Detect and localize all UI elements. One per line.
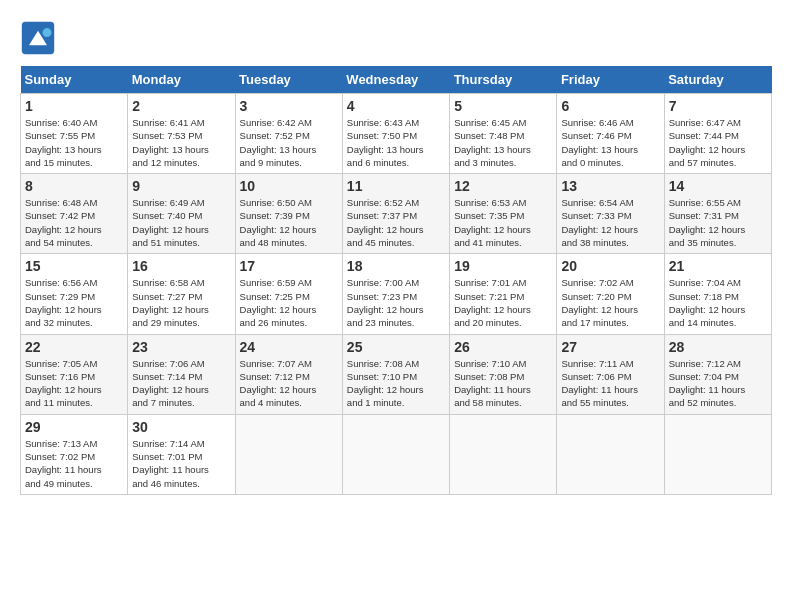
svg-point-2: [43, 28, 52, 37]
day-number: 5: [454, 98, 552, 114]
day-info: Sunrise: 6:49 AM Sunset: 7:40 PM Dayligh…: [132, 196, 230, 249]
day-header-tuesday: Tuesday: [235, 66, 342, 94]
day-header-saturday: Saturday: [664, 66, 771, 94]
day-header-friday: Friday: [557, 66, 664, 94]
day-number: 12: [454, 178, 552, 194]
day-info: Sunrise: 6:59 AM Sunset: 7:25 PM Dayligh…: [240, 276, 338, 329]
day-number: 23: [132, 339, 230, 355]
calendar-table: SundayMondayTuesdayWednesdayThursdayFrid…: [20, 66, 772, 495]
day-number: 25: [347, 339, 445, 355]
day-info: Sunrise: 6:54 AM Sunset: 7:33 PM Dayligh…: [561, 196, 659, 249]
calendar-cell: 24Sunrise: 7:07 AM Sunset: 7:12 PM Dayli…: [235, 334, 342, 414]
day-info: Sunrise: 7:06 AM Sunset: 7:14 PM Dayligh…: [132, 357, 230, 410]
calendar-cell: 13Sunrise: 6:54 AM Sunset: 7:33 PM Dayli…: [557, 174, 664, 254]
calendar-week-row: 29Sunrise: 7:13 AM Sunset: 7:02 PM Dayli…: [21, 414, 772, 494]
calendar-week-row: 22Sunrise: 7:05 AM Sunset: 7:16 PM Dayli…: [21, 334, 772, 414]
day-info: Sunrise: 6:41 AM Sunset: 7:53 PM Dayligh…: [132, 116, 230, 169]
calendar-cell: 9Sunrise: 6:49 AM Sunset: 7:40 PM Daylig…: [128, 174, 235, 254]
day-number: 21: [669, 258, 767, 274]
day-number: 29: [25, 419, 123, 435]
day-info: Sunrise: 6:45 AM Sunset: 7:48 PM Dayligh…: [454, 116, 552, 169]
calendar-cell: 23Sunrise: 7:06 AM Sunset: 7:14 PM Dayli…: [128, 334, 235, 414]
day-info: Sunrise: 6:52 AM Sunset: 7:37 PM Dayligh…: [347, 196, 445, 249]
day-number: 9: [132, 178, 230, 194]
calendar-week-row: 15Sunrise: 6:56 AM Sunset: 7:29 PM Dayli…: [21, 254, 772, 334]
calendar-cell: 5Sunrise: 6:45 AM Sunset: 7:48 PM Daylig…: [450, 94, 557, 174]
calendar-cell: 6Sunrise: 6:46 AM Sunset: 7:46 PM Daylig…: [557, 94, 664, 174]
day-info: Sunrise: 7:02 AM Sunset: 7:20 PM Dayligh…: [561, 276, 659, 329]
calendar-cell: [235, 414, 342, 494]
day-info: Sunrise: 7:07 AM Sunset: 7:12 PM Dayligh…: [240, 357, 338, 410]
day-number: 1: [25, 98, 123, 114]
day-number: 8: [25, 178, 123, 194]
calendar-cell: 4Sunrise: 6:43 AM Sunset: 7:50 PM Daylig…: [342, 94, 449, 174]
calendar-cell: [664, 414, 771, 494]
day-info: Sunrise: 6:55 AM Sunset: 7:31 PM Dayligh…: [669, 196, 767, 249]
day-number: 10: [240, 178, 338, 194]
day-info: Sunrise: 6:42 AM Sunset: 7:52 PM Dayligh…: [240, 116, 338, 169]
day-number: 16: [132, 258, 230, 274]
day-number: 30: [132, 419, 230, 435]
day-number: 11: [347, 178, 445, 194]
calendar-cell: 28Sunrise: 7:12 AM Sunset: 7:04 PM Dayli…: [664, 334, 771, 414]
calendar-cell: 11Sunrise: 6:52 AM Sunset: 7:37 PM Dayli…: [342, 174, 449, 254]
calendar-cell: [342, 414, 449, 494]
page-header: [20, 20, 772, 56]
calendar-cell: 17Sunrise: 6:59 AM Sunset: 7:25 PM Dayli…: [235, 254, 342, 334]
day-info: Sunrise: 6:50 AM Sunset: 7:39 PM Dayligh…: [240, 196, 338, 249]
day-info: Sunrise: 6:56 AM Sunset: 7:29 PM Dayligh…: [25, 276, 123, 329]
calendar-cell: 14Sunrise: 6:55 AM Sunset: 7:31 PM Dayli…: [664, 174, 771, 254]
day-number: 6: [561, 98, 659, 114]
day-number: 4: [347, 98, 445, 114]
calendar-cell: 29Sunrise: 7:13 AM Sunset: 7:02 PM Dayli…: [21, 414, 128, 494]
day-header-wednesday: Wednesday: [342, 66, 449, 94]
day-info: Sunrise: 6:48 AM Sunset: 7:42 PM Dayligh…: [25, 196, 123, 249]
calendar-body: 1Sunrise: 6:40 AM Sunset: 7:55 PM Daylig…: [21, 94, 772, 495]
day-info: Sunrise: 7:13 AM Sunset: 7:02 PM Dayligh…: [25, 437, 123, 490]
day-number: 19: [454, 258, 552, 274]
day-header-sunday: Sunday: [21, 66, 128, 94]
day-info: Sunrise: 7:11 AM Sunset: 7:06 PM Dayligh…: [561, 357, 659, 410]
day-info: Sunrise: 7:04 AM Sunset: 7:18 PM Dayligh…: [669, 276, 767, 329]
day-info: Sunrise: 6:40 AM Sunset: 7:55 PM Dayligh…: [25, 116, 123, 169]
calendar-cell: 18Sunrise: 7:00 AM Sunset: 7:23 PM Dayli…: [342, 254, 449, 334]
calendar-cell: 27Sunrise: 7:11 AM Sunset: 7:06 PM Dayli…: [557, 334, 664, 414]
day-number: 18: [347, 258, 445, 274]
day-number: 24: [240, 339, 338, 355]
day-number: 20: [561, 258, 659, 274]
day-info: Sunrise: 6:43 AM Sunset: 7:50 PM Dayligh…: [347, 116, 445, 169]
logo: [20, 20, 62, 56]
calendar-cell: 26Sunrise: 7:10 AM Sunset: 7:08 PM Dayli…: [450, 334, 557, 414]
calendar-cell: 8Sunrise: 6:48 AM Sunset: 7:42 PM Daylig…: [21, 174, 128, 254]
calendar-cell: 16Sunrise: 6:58 AM Sunset: 7:27 PM Dayli…: [128, 254, 235, 334]
day-info: Sunrise: 6:46 AM Sunset: 7:46 PM Dayligh…: [561, 116, 659, 169]
day-header-monday: Monday: [128, 66, 235, 94]
calendar-cell: [450, 414, 557, 494]
day-number: 28: [669, 339, 767, 355]
day-info: Sunrise: 7:10 AM Sunset: 7:08 PM Dayligh…: [454, 357, 552, 410]
day-number: 7: [669, 98, 767, 114]
calendar-cell: 3Sunrise: 6:42 AM Sunset: 7:52 PM Daylig…: [235, 94, 342, 174]
day-header-thursday: Thursday: [450, 66, 557, 94]
calendar-cell: [557, 414, 664, 494]
day-number: 26: [454, 339, 552, 355]
day-number: 15: [25, 258, 123, 274]
day-info: Sunrise: 7:14 AM Sunset: 7:01 PM Dayligh…: [132, 437, 230, 490]
calendar-cell: 15Sunrise: 6:56 AM Sunset: 7:29 PM Dayli…: [21, 254, 128, 334]
calendar-header-row: SundayMondayTuesdayWednesdayThursdayFrid…: [21, 66, 772, 94]
day-number: 27: [561, 339, 659, 355]
day-number: 13: [561, 178, 659, 194]
calendar-cell: 20Sunrise: 7:02 AM Sunset: 7:20 PM Dayli…: [557, 254, 664, 334]
day-number: 14: [669, 178, 767, 194]
day-number: 17: [240, 258, 338, 274]
day-info: Sunrise: 7:00 AM Sunset: 7:23 PM Dayligh…: [347, 276, 445, 329]
logo-icon: [20, 20, 56, 56]
calendar-cell: 25Sunrise: 7:08 AM Sunset: 7:10 PM Dayli…: [342, 334, 449, 414]
calendar-week-row: 1Sunrise: 6:40 AM Sunset: 7:55 PM Daylig…: [21, 94, 772, 174]
calendar-cell: 19Sunrise: 7:01 AM Sunset: 7:21 PM Dayli…: [450, 254, 557, 334]
day-info: Sunrise: 7:08 AM Sunset: 7:10 PM Dayligh…: [347, 357, 445, 410]
day-info: Sunrise: 6:47 AM Sunset: 7:44 PM Dayligh…: [669, 116, 767, 169]
calendar-cell: 30Sunrise: 7:14 AM Sunset: 7:01 PM Dayli…: [128, 414, 235, 494]
calendar-cell: 2Sunrise: 6:41 AM Sunset: 7:53 PM Daylig…: [128, 94, 235, 174]
day-number: 3: [240, 98, 338, 114]
